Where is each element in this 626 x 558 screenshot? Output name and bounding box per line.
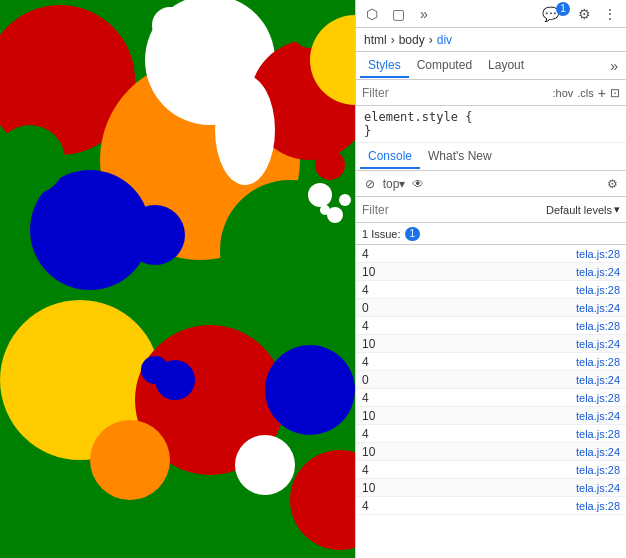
breadcrumb-html[interactable]: html (364, 33, 387, 47)
log-source[interactable]: tela.js:28 (576, 464, 620, 476)
table-row: 0tela.js:24 (356, 371, 626, 389)
issues-bar: 1 Issue: 1 (356, 223, 626, 245)
styles-filter-bar: :hov .cls + ⊡ (356, 80, 626, 106)
breadcrumb-separator-2: › (429, 33, 433, 47)
element-style-code: element.style { } (356, 106, 626, 143)
styles-tabs: Styles Computed Layout » (356, 52, 626, 80)
console-filter-bar: Default levels ▾ (356, 197, 626, 223)
log-source[interactable]: tela.js:24 (576, 302, 620, 314)
log-source[interactable]: tela.js:24 (576, 410, 620, 422)
log-value: 4 (362, 319, 576, 333)
cursor-icon-button[interactable]: ⬡ (360, 2, 384, 26)
log-value: 4 (362, 247, 576, 261)
svg-point-7 (220, 180, 355, 320)
console-log: 4tela.js:2810tela.js:244tela.js:280tela.… (356, 245, 626, 558)
log-source[interactable]: tela.js:24 (576, 482, 620, 494)
more-options-button[interactable]: ⋮ (598, 2, 622, 26)
svg-point-24 (152, 7, 188, 43)
log-source[interactable]: tela.js:24 (576, 266, 620, 278)
log-value: 4 (362, 427, 576, 441)
console-filter-input[interactable] (362, 203, 542, 217)
log-value: 0 (362, 301, 576, 315)
table-row: 4tela.js:28 (356, 425, 626, 443)
table-row: 0tela.js:24 (356, 299, 626, 317)
table-row: 4tela.js:28 (356, 353, 626, 371)
canvas-panel (0, 0, 355, 558)
log-value: 4 (362, 463, 576, 477)
breadcrumb: html › body › div (356, 28, 626, 52)
svg-point-12 (308, 183, 332, 207)
log-value: 4 (362, 391, 576, 405)
more-panels-icon: » (420, 6, 428, 22)
frame-icon: ▢ (392, 6, 405, 22)
log-value: 4 (362, 355, 576, 369)
frame-icon-button[interactable]: ▢ (386, 2, 410, 26)
breadcrumb-body[interactable]: body (399, 33, 425, 47)
cursor-icon: ⬡ (366, 6, 378, 22)
cls-button[interactable]: .cls (577, 87, 594, 99)
top-label: top (383, 177, 400, 191)
svg-point-20 (235, 435, 295, 495)
console-top-dropdown[interactable]: top ▾ (384, 174, 404, 194)
breadcrumb-div[interactable]: div (437, 33, 452, 47)
table-row: 10tela.js:24 (356, 407, 626, 425)
table-row: 10tela.js:24 (356, 335, 626, 353)
svg-point-10 (125, 205, 185, 265)
tab-layout[interactable]: Layout (480, 54, 532, 78)
settings-icon: ⚙ (578, 6, 591, 22)
log-value: 10 (362, 337, 576, 351)
add-style-button[interactable]: + (598, 85, 606, 101)
log-source[interactable]: tela.js:24 (576, 374, 620, 386)
log-source[interactable]: tela.js:24 (576, 446, 620, 458)
console-settings-icon: ⚙ (607, 177, 618, 191)
log-value: 4 (362, 499, 576, 513)
table-row: 4tela.js:28 (356, 245, 626, 263)
svg-point-11 (215, 75, 275, 185)
table-row: 4tela.js:28 (356, 281, 626, 299)
table-row: 4tela.js:28 (356, 461, 626, 479)
log-source[interactable]: tela.js:28 (576, 356, 620, 368)
svg-point-15 (320, 205, 330, 215)
tab-computed[interactable]: Computed (409, 54, 480, 78)
table-row: 10tela.js:24 (356, 443, 626, 461)
log-source[interactable]: tela.js:24 (576, 338, 620, 350)
log-source[interactable]: tela.js:28 (576, 248, 620, 260)
tab-styles[interactable]: Styles (360, 54, 409, 78)
dock-button[interactable]: ⊡ (610, 86, 620, 100)
issues-badge: 1 (405, 227, 421, 241)
breadcrumb-separator-1: › (391, 33, 395, 47)
tab-console[interactable]: Console (360, 145, 420, 169)
default-levels-dropdown[interactable]: Default levels ▾ (546, 203, 620, 216)
code-line-1: element.style { (364, 110, 618, 124)
console-settings-button[interactable]: ⚙ (602, 174, 622, 194)
log-source[interactable]: tela.js:28 (576, 320, 620, 332)
log-source[interactable]: tela.js:28 (576, 392, 620, 404)
console-toolbar: ⊘ top ▾ 👁 ⚙ (356, 171, 626, 197)
table-row: 10tela.js:24 (356, 479, 626, 497)
default-levels-chevron: ▾ (614, 203, 620, 216)
more-panels-button[interactable]: » (412, 2, 436, 26)
chevron-down-icon: ▾ (399, 177, 405, 191)
log-source[interactable]: tela.js:28 (576, 284, 620, 296)
log-value: 10 (362, 481, 576, 495)
devtools-panel: ⬡ ▢ » 💬 1 ⚙ ⋮ html › body › div Styles (355, 0, 626, 558)
more-options-icon: ⋮ (603, 6, 617, 22)
log-source[interactable]: tela.js:28 (576, 500, 620, 512)
settings-button[interactable]: ⚙ (572, 2, 596, 26)
table-row: 4tela.js:28 (356, 497, 626, 515)
styles-filter-input[interactable] (362, 86, 549, 100)
log-value: 10 (362, 265, 576, 279)
log-value: 4 (362, 283, 576, 297)
log-value: 10 (362, 445, 576, 459)
issues-label: 1 Issue: (362, 228, 401, 240)
tabs-more-button[interactable]: » (606, 58, 622, 74)
eye-button[interactable]: 👁 (408, 174, 428, 194)
devtools-top-toolbar: ⬡ ▢ » 💬 1 ⚙ ⋮ (356, 0, 626, 28)
clear-console-button[interactable]: ⊘ (360, 174, 380, 194)
hov-button[interactable]: :hov (553, 87, 574, 99)
svg-point-21 (90, 420, 170, 500)
code-line-2: } (364, 124, 618, 138)
tab-whats-new[interactable]: What's New (420, 145, 500, 169)
svg-point-26 (315, 150, 345, 180)
log-source[interactable]: tela.js:28 (576, 428, 620, 440)
